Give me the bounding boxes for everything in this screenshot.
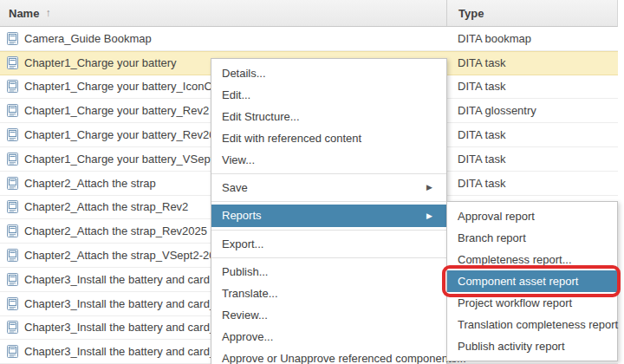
submenu-item-label: Translation completeness report	[458, 318, 618, 331]
menu-item-edit[interactable]: Edit...	[211, 84, 446, 106]
menu-item-approve[interactable]: Approve...	[211, 326, 446, 348]
dita-file-icon	[7, 153, 18, 166]
row-name-label: Chapter3_Install the battery and card_Re…	[24, 297, 243, 310]
menu-item-label: Edit with referenced content	[222, 132, 361, 145]
menu-separator	[211, 173, 446, 174]
submenu-item-approval-report[interactable]: Approval report	[447, 205, 617, 227]
row-name-label: Chapter1_Charge your battery	[24, 56, 177, 69]
menu-separator	[211, 257, 446, 258]
row-type-label: DITA task	[446, 177, 618, 190]
menu-item-label: Export...	[222, 237, 263, 250]
column-header-type[interactable]: Type	[446, 0, 617, 26]
row-name-label: Chapter3_Install the battery and card	[24, 273, 210, 286]
submenu-arrow-icon: ▶	[426, 177, 432, 198]
type-column-label: Type	[458, 7, 484, 20]
submenu-item-label: Publish activity report	[458, 340, 565, 353]
dita-file-icon	[7, 297, 18, 310]
column-header-name[interactable]: Name ↑	[0, 0, 446, 26]
menu-item-label: Save	[222, 181, 248, 194]
screen: Name ↑ Type Camera_Guide BookmapDITA boo…	[0, 0, 624, 364]
menu-item-translate[interactable]: Translate...	[211, 283, 446, 304]
submenu-item-branch-report[interactable]: Branch report	[447, 227, 617, 249]
menu-separator	[211, 201, 446, 202]
context-menu: Details...Edit...Edit Structure...Edit w…	[211, 58, 447, 364]
submenu-item-publish-activity-report[interactable]: Publish activity report	[447, 335, 617, 357]
menu-item-export[interactable]: Export...	[211, 233, 446, 255]
row-name-label: Chapter2_Attach the strap_Rev2025	[24, 224, 207, 237]
menu-item-edit-structure[interactable]: Edit Structure...	[211, 106, 446, 127]
table-header: Name ↑ Type	[0, 0, 618, 27]
menu-item-approve-or-unapprove-referenced-components[interactable]: Approve or Unapprove referenced componen…	[211, 348, 446, 364]
dita-file-icon	[7, 177, 18, 190]
submenu-item-label: Completeness report...	[458, 253, 572, 266]
submenu-item-translation-completeness-report[interactable]: Translation completeness report	[447, 314, 617, 335]
submenu-item-label: Component asset report	[458, 275, 578, 288]
row-name-label: Chapter2_Attach the strap_VSept2-2025	[24, 249, 228, 262]
menu-item-label: Publish...	[222, 265, 268, 278]
row-type-label: DITA task	[446, 80, 618, 93]
row-name-label: Chapter1_Charge your battery_Rev2	[24, 104, 209, 117]
menu-item-label: Translate...	[222, 287, 278, 300]
menu-item-reports[interactable]: Reports▶	[211, 205, 446, 227]
menu-item-label: Approve...	[222, 330, 273, 343]
menu-item-label: View...	[222, 153, 255, 166]
row-type-label: DITA task	[446, 153, 618, 166]
row-type-label: DITA bookmap	[446, 32, 618, 45]
dita-file-icon	[7, 273, 18, 286]
row-name-label: Chapter2_Attach the strap_Rev2	[24, 200, 188, 213]
menu-item-label: Edit Structure...	[222, 110, 300, 123]
row-name-label: Chapter1_Charge your battery_IconCheck	[24, 80, 236, 93]
menu-item-review[interactable]: Review...	[211, 304, 446, 326]
dita-file-icon	[7, 345, 18, 358]
submenu-item-label: Project workflow report	[458, 296, 572, 309]
dita-file-icon	[7, 224, 18, 237]
menu-item-details[interactable]: Details...	[211, 62, 446, 84]
dita-file-icon	[7, 32, 18, 45]
dita-file-icon	[7, 200, 18, 213]
submenu-item-label: Branch report	[458, 231, 526, 244]
dita-file-icon	[7, 80, 18, 93]
submenu-item-completeness-report[interactable]: Completeness report...	[447, 249, 617, 270]
menu-item-publish[interactable]: Publish...	[211, 261, 446, 283]
dita-file-icon	[7, 128, 18, 141]
menu-item-label: Approve or Unapprove referenced componen…	[222, 352, 466, 364]
name-column-label: Name	[9, 7, 39, 20]
dita-file-icon	[7, 104, 18, 117]
submenu-item-project-workflow-report[interactable]: Project workflow report	[447, 292, 617, 314]
submenu-arrow-icon: ▶	[426, 205, 432, 227]
menu-separator	[211, 230, 446, 231]
menu-item-edit-with-referenced-content[interactable]: Edit with referenced content	[211, 127, 446, 149]
menu-item-label: Details...	[222, 67, 266, 80]
row-name-label: Camera_Guide Bookmap	[24, 32, 152, 45]
submenu-item-label: Approval report	[458, 210, 535, 223]
row-name-label: Chapter1_Charge your battery_Rev2025	[24, 128, 228, 141]
table-row[interactable]: Camera_Guide BookmapDITA bookmap	[0, 27, 618, 51]
menu-item-label: Review...	[222, 309, 268, 322]
menu-item-view[interactable]: View...	[211, 149, 446, 171]
row-type-label: DITA glossentry	[446, 104, 618, 117]
menu-item-save[interactable]: Save▶	[211, 177, 446, 198]
dita-file-icon	[7, 56, 18, 69]
dita-file-icon	[7, 321, 18, 334]
row-type-label: DITA task	[446, 128, 618, 141]
menu-item-label: Reports	[222, 209, 262, 222]
row-name-cell: Camera_Guide Bookmap	[0, 32, 446, 45]
reports-submenu: Approval reportBranch reportCompleteness…	[446, 201, 618, 361]
sort-ascending-icon[interactable]: ↑	[45, 7, 50, 19]
row-type-label: DITA task	[446, 56, 618, 69]
submenu-item-component-asset-report[interactable]: Component asset report	[447, 270, 617, 292]
menu-item-label: Edit...	[222, 88, 250, 101]
row-name-label: Chapter2_Attach the strap	[24, 177, 156, 190]
dita-file-icon	[7, 249, 18, 262]
